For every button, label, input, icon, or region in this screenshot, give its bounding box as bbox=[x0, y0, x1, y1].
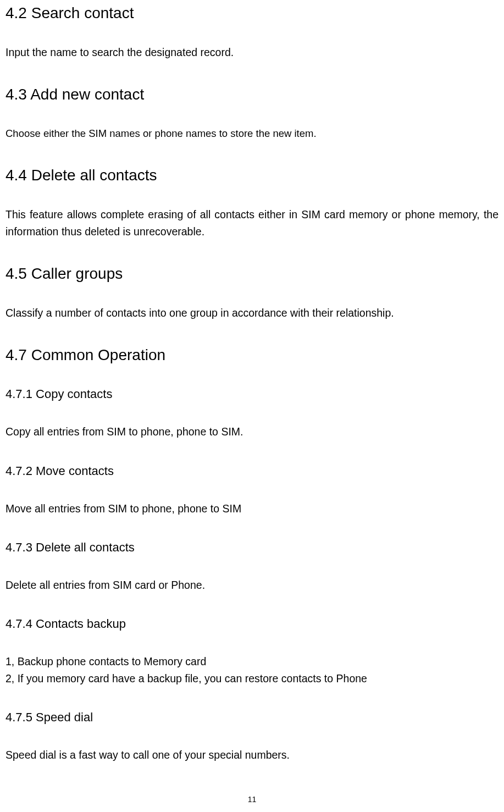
heading-speed-dial: 4.7.5 Speed dial bbox=[5, 710, 499, 725]
body-copy-contacts: Copy all entries from SIM to phone, phon… bbox=[5, 423, 499, 440]
heading-add-new-contact: 4.3 Add new contact bbox=[5, 86, 499, 103]
body-move-contacts: Move all entries from SIM to phone, phon… bbox=[5, 500, 499, 517]
body-speed-dial: Speed dial is a fast way to call one of … bbox=[5, 747, 499, 764]
heading-contacts-backup: 4.7.4 Contacts backup bbox=[5, 617, 499, 631]
body-search-contact: Input the name to search the designated … bbox=[5, 44, 499, 61]
heading-move-contacts: 4.7.2 Move contacts bbox=[5, 464, 499, 478]
body-delete-all-contacts-sub: Delete all entries from SIM card or Phon… bbox=[5, 577, 499, 594]
body-contacts-backup-1: 1, Backup phone contacts to Memory card bbox=[5, 653, 499, 670]
body-add-new-contact: Choose either the SIM names or phone nam… bbox=[5, 125, 499, 142]
heading-common-operation: 4.7 Common Operation bbox=[5, 346, 499, 364]
heading-delete-all-contacts: 4.4 Delete all contacts bbox=[5, 167, 499, 184]
page-number: 11 bbox=[0, 795, 504, 804]
heading-caller-groups: 4.5 Caller groups bbox=[5, 265, 499, 283]
heading-copy-contacts: 4.7.1 Copy contacts bbox=[5, 387, 499, 401]
body-contacts-backup-2: 2, If you memory card have a backup file… bbox=[5, 670, 499, 687]
heading-delete-all-contacts-sub: 4.7.3 Delete all contacts bbox=[5, 540, 499, 555]
body-caller-groups: Classify a number of contacts into one g… bbox=[5, 305, 499, 322]
heading-search-contact: 4.2 Search contact bbox=[5, 4, 499, 22]
body-delete-all-contacts: This feature allows complete erasing of … bbox=[5, 206, 499, 240]
